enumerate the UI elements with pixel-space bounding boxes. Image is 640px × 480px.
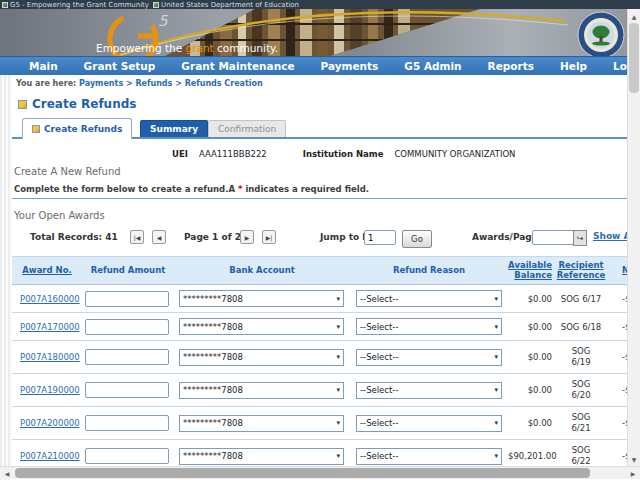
refund-reason-select[interactable]: --Select--▾ [356,382,502,399]
refund-reason-select[interactable]: --Select--▾ [356,318,502,335]
net-draws-value: -$15 [608,352,628,362]
nav-main[interactable]: Main [16,60,71,72]
header-refund-amount: Refund Amount [82,266,174,276]
create-refund-section-title: Create A New Refund [14,166,121,177]
available-balance-value: $90,201.00 [508,451,554,461]
main-nav-bar: Main Grant Setup Grant Maintenance Payme… [0,57,640,75]
available-balance-value: $0.00 [508,418,554,428]
recipient-reference-value: SOG 6/20 [554,379,608,402]
jump-to-page-input[interactable] [364,230,396,245]
window-tab-ed[interactable]: United States Department of Education [153,1,299,9]
open-awards-section-title: Your Open Awards [14,210,105,221]
window-tab-g5-label: G5 - Empowering the Grant Community [10,1,149,9]
nav-help[interactable]: Help [547,60,600,72]
award-link[interactable]: P007A180000 [12,352,80,362]
bank-account-value: *********7808 [183,294,243,304]
recipient-reference-value: SOG 6/17 [554,294,608,304]
tab-summary[interactable]: Summary [140,120,208,137]
uei-value: AAA111BBB222 [199,149,267,159]
table-row: P007A170000 *********7808▾ --Select--▾ $… [12,313,628,341]
vertical-scrollbar[interactable]: ▲ ▼ [627,9,640,466]
scroll-down-icon[interactable]: ▼ [628,453,640,465]
window-tab-g5[interactable]: G5 - Empowering the Grant Community [2,1,149,9]
nav-g5-admin[interactable]: G5 Admin [391,60,474,72]
tab-create-refunds[interactable]: Create Refunds [22,118,132,139]
bank-account-value: *********7808 [183,322,243,332]
horizontal-scrollbar[interactable]: ◀ ▶ [0,466,640,479]
nav-grant-maintenance[interactable]: Grant Maintenance [168,60,307,72]
nav-payments[interactable]: Payments [308,60,392,72]
refund-amount-input[interactable] [85,382,169,398]
scroll-right-icon[interactable]: ▶ [627,467,639,479]
header-award-no[interactable]: Award No. [12,266,82,276]
banner-artwork: 5 Empowering the grant community. [0,9,640,56]
total-records-label: Total Records: 41 [30,232,118,242]
prev-page-button[interactable]: ◀ [152,230,166,244]
refund-reason-value: --Select-- [360,322,399,332]
award-link[interactable]: P007A160000 [12,294,80,304]
refund-amount-input[interactable] [85,448,169,464]
institution-name-value: COMMUNITY ORGANIZATION [394,149,515,159]
pagination-bar: Total Records: 41 |◀ ◀ Page 1 of 2 ▶ ▶| … [12,226,628,250]
vertical-scrollbar-thumb[interactable] [629,23,639,93]
available-balance-value: $0.00 [508,294,554,304]
award-link[interactable]: P007A190000 [12,385,80,395]
refund-amount-input[interactable] [85,349,169,365]
available-balance-value: $0.00 [508,385,554,395]
awards-per-page-input[interactable] [532,230,574,245]
window-tab-ed-label: United States Department of Education [161,1,299,9]
header-available-balance[interactable]: Available Balance [508,261,554,281]
go-button[interactable]: Go [402,230,432,248]
chevron-down-icon: ▾ [336,452,340,460]
header-banner: 5 Empowering the grant community. [0,9,640,57]
institution-info: UEI AAA111BBB222 Institution Name COMMUN… [172,149,515,159]
refund-reason-select[interactable]: --Select--▾ [356,349,502,366]
bank-account-select[interactable]: *********7808▾ [179,415,344,432]
nav-reports[interactable]: Reports [475,60,547,72]
chevron-down-icon: ▾ [336,419,340,427]
refund-reason-select[interactable]: --Select--▾ [356,415,502,432]
bank-account-select[interactable]: *********7808▾ [179,349,344,366]
scroll-up-icon[interactable]: ▲ [628,10,640,22]
first-page-button[interactable]: |◀ [130,230,144,244]
last-page-button[interactable]: ▶| [262,230,276,244]
award-link[interactable]: P007A200000 [12,418,80,428]
refund-reason-value: --Select-- [360,385,399,395]
chevron-down-icon: ▾ [494,323,498,331]
header-recipient-reference[interactable]: Recipient Reference [554,261,608,281]
nav-grant-setup[interactable]: Grant Setup [71,60,169,72]
header-net-draws[interactable]: Net Draws [608,266,628,276]
tab-create-refunds-label: Create Refunds [44,124,122,134]
page-status-label: Page 1 of 2 [184,232,241,242]
uei-label: UEI [172,149,188,159]
bank-account-value: *********7808 [183,352,243,362]
horizontal-scrollbar-thumb[interactable] [15,468,590,478]
refund-reason-select[interactable]: --Select--▾ [356,448,502,465]
table-header-row: Award No. Refund Amount Bank Account Ref… [12,256,628,285]
bank-account-select[interactable]: *********7808▾ [179,318,344,335]
page-title: Create Refunds [18,97,136,111]
form-instructions: Complete the form below to create a refu… [14,184,369,194]
refund-amount-input[interactable] [85,291,169,307]
award-link[interactable]: P007A170000 [12,322,80,332]
table-row: P007A160000 *********7808▾ --Select--▾ $… [12,285,628,313]
net-draws-value: -$16 [608,294,628,304]
next-page-button[interactable]: ▶ [240,230,254,244]
available-balance-value: $0.00 [508,352,554,362]
refund-amount-input[interactable] [85,319,169,335]
chevron-down-icon: ▾ [336,295,340,303]
bank-account-select[interactable]: *********7808▾ [179,448,344,465]
header-refund-reason: Refund Reason [350,266,508,276]
tab-create-refunds-icon [32,125,40,133]
refund-reason-select[interactable]: --Select--▾ [356,290,502,307]
table-row: P007A190000 *********7808▾ --Select--▾ $… [12,374,628,407]
table-row: P007A200000 *********7808▾ --Select--▾ $… [12,407,628,440]
refund-amount-input[interactable] [85,415,169,431]
scroll-left-icon[interactable]: ◀ [1,467,13,479]
awards-per-page-apply-button[interactable]: ↪ [573,230,587,246]
open-awards-table: Award No. Refund Amount Bank Account Ref… [12,256,628,473]
breadcrumb-links[interactable]: Payments > Refunds > Refunds Creation [79,79,263,88]
bank-account-select[interactable]: *********7808▾ [179,382,344,399]
bank-account-select[interactable]: *********7808▾ [179,290,344,307]
award-link[interactable]: P007A210000 [12,451,80,461]
